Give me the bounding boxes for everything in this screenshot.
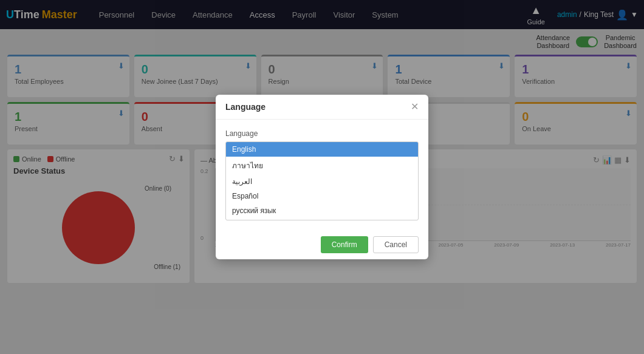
option-arabic[interactable]: العربية: [226, 174, 418, 189]
language-field-label: Language: [225, 129, 419, 138]
language-modal: Language ✕ Language English ภาษาไทย العر…: [216, 95, 428, 259]
option-english[interactable]: English: [226, 142, 418, 157]
cancel-button[interactable]: Cancel: [373, 236, 419, 253]
modal-title: Language: [225, 102, 265, 112]
modal-body: Language English ภาษาไทย العربية Español…: [216, 120, 428, 230]
modal-close-button[interactable]: ✕: [411, 102, 419, 112]
modal-footer: Confirm Cancel: [216, 230, 428, 259]
option-thai[interactable]: ภาษาไทย: [226, 157, 418, 174]
confirm-button[interactable]: Confirm: [321, 236, 368, 253]
option-russian[interactable]: русский язык: [226, 203, 418, 218]
language-select[interactable]: English ภาษาไทย العربية Español русский …: [225, 141, 419, 220]
option-indonesian[interactable]: Bahasa Indonesia: [226, 218, 418, 220]
modal-overlay[interactable]: Language ✕ Language English ภาษาไทย العر…: [0, 0, 644, 354]
option-spanish[interactable]: Español: [226, 189, 418, 203]
modal-header: Language ✕: [216, 95, 428, 120]
